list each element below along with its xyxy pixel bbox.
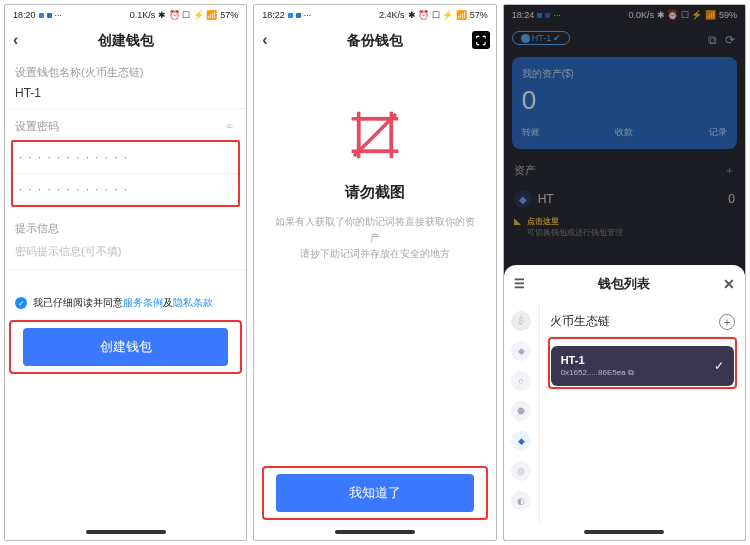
i-know-button[interactable]: 我知道了 <box>276 474 473 512</box>
chain-selector: ₿ ◆ ○ ⬣ ◆ ◎ ◐ <box>504 303 540 524</box>
status-time: 18:22 <box>262 10 285 20</box>
home-indicator <box>86 530 166 534</box>
status-icons: ✱ ⏰ ☐ ⚡ 📶 <box>408 10 467 20</box>
status-battery: 57% <box>220 10 238 20</box>
status-net: 2.4K/s <box>379 10 405 20</box>
status-app-dot <box>47 13 52 18</box>
hint-input[interactable]: 密码提示信息(可不填) <box>5 240 246 270</box>
chain-btc-icon[interactable]: ₿ <box>511 311 531 331</box>
wallet-item-name: HT-1 <box>561 354 724 366</box>
selected-check-icon: ✓ <box>714 359 724 373</box>
chain-huobi-icon[interactable]: ◆ <box>511 431 531 451</box>
status-app-dot <box>39 13 44 18</box>
titlebar: ‹ 创建钱包 <box>5 25 246 57</box>
tos-link[interactable]: 服务条例 <box>123 297 163 308</box>
home-indicator <box>335 530 415 534</box>
warning-heading: 请勿截图 <box>254 183 495 202</box>
status-battery: 57% <box>470 10 488 20</box>
page-title: 创建钱包 <box>98 32 154 50</box>
copy-icon[interactable]: ⧉ <box>628 368 634 377</box>
eye-icon[interactable]: ᯣ <box>226 121 236 132</box>
status-bar: 18:22 ··· 2.4K/s ✱ ⏰ ☐ ⚡ 📶 57% <box>254 5 495 25</box>
chain-eth-icon[interactable]: ◆ <box>511 341 531 361</box>
wallet-name-input[interactable]: HT-1 <box>5 84 246 109</box>
privacy-link[interactable]: 隐私条款 <box>173 297 213 308</box>
wallet-name-label: 设置钱包名称(火币生态链) <box>5 57 246 84</box>
status-app-dot <box>288 13 293 18</box>
page-title: 备份钱包 <box>347 32 403 50</box>
agree-checkbox[interactable]: ✓ <box>15 297 27 309</box>
screen-wallet-list: 18:24 ··· 0.0K/s ✱ ⏰ ☐ ⚡ 📶 59% HT-1✔ ⧉ ⟳… <box>503 4 746 541</box>
wallet-manage-icon[interactable]: ☰ <box>514 277 525 291</box>
wallet-list-sheet: ☰ 钱包列表 ✕ ₿ ◆ ○ ⬣ ◆ ◎ ◐ 火币生态链 + <box>504 265 745 540</box>
chain-icon[interactable]: ○ <box>511 371 531 391</box>
back-icon[interactable]: ‹ <box>262 31 267 49</box>
password-fields-highlight: · · · · · · · · · · · · · · · · · · · · … <box>11 140 240 207</box>
password-label: 设置密码 ᯣ <box>5 109 246 138</box>
warning-desc: 如果有人获取了你的助记词将直接获取你的资产 请抄下助记词并存放在安全的地方 <box>254 214 495 262</box>
back-icon[interactable]: ‹ <box>13 31 18 49</box>
create-wallet-button[interactable]: 创建钱包 <box>23 328 228 366</box>
status-more: ··· <box>55 10 63 20</box>
home-indicator <box>584 530 664 534</box>
wallet-item[interactable]: HT-1 0x1652.....86E5ea ⧉ ✓ <box>551 346 734 386</box>
create-button-highlight: 创建钱包 <box>9 320 242 374</box>
wallet-item-address: 0x1652.....86E5ea <box>561 368 626 377</box>
titlebar: ‹ 备份钱包 ⛶ <box>254 25 495 57</box>
status-app-dot <box>296 13 301 18</box>
sheet-title: 钱包列表 <box>598 275 650 293</box>
ok-button-highlight: 我知道了 <box>262 466 487 520</box>
add-wallet-icon[interactable]: + <box>719 314 735 330</box>
status-more: ··· <box>304 10 312 20</box>
status-bar: 18:20 ··· 0.1K/s ✱ ⏰ ☐ ⚡ 📶 57% <box>5 5 246 25</box>
wallet-column: 火币生态链 + HT-1 0x1652.....86E5ea ⧉ ✓ <box>540 303 745 524</box>
chain-icon[interactable]: ◐ <box>511 491 531 511</box>
chain-icon[interactable]: ◎ <box>511 461 531 481</box>
chain-header: 火币生态链 + <box>548 309 737 337</box>
status-icons: ✱ ⏰ ☐ ⚡ 📶 <box>158 10 217 20</box>
screen-backup-wallet: 18:22 ··· 2.4K/s ✱ ⏰ ☐ ⚡ 📶 57% ‹ 备份钱包 ⛶ <box>253 4 496 541</box>
status-net: 0.1K/s <box>130 10 156 20</box>
wallet-item-highlight: HT-1 0x1652.....86E5ea ⧉ ✓ <box>548 337 737 389</box>
password-confirm-input[interactable]: · · · · · · · · · · · · <box>13 174 238 205</box>
screen-create-wallet: 18:20 ··· 0.1K/s ✱ ⏰ ☐ ⚡ 📶 57% ‹ 创建钱包 设置… <box>4 4 247 541</box>
fullscreen-icon[interactable]: ⛶ <box>472 31 490 49</box>
chain-icon[interactable]: ⬣ <box>511 401 531 421</box>
hint-section-label: 提示信息 <box>5 209 246 240</box>
no-screenshot-icon <box>347 107 403 163</box>
sheet-header: ☰ 钱包列表 ✕ <box>504 265 745 303</box>
status-time: 18:20 <box>13 10 36 20</box>
close-icon[interactable]: ✕ <box>723 276 735 292</box>
agree-row[interactable]: ✓ 我已仔细阅读并同意服务条例及隐私条款 <box>5 270 246 320</box>
password-input[interactable]: · · · · · · · · · · · · <box>13 142 238 174</box>
